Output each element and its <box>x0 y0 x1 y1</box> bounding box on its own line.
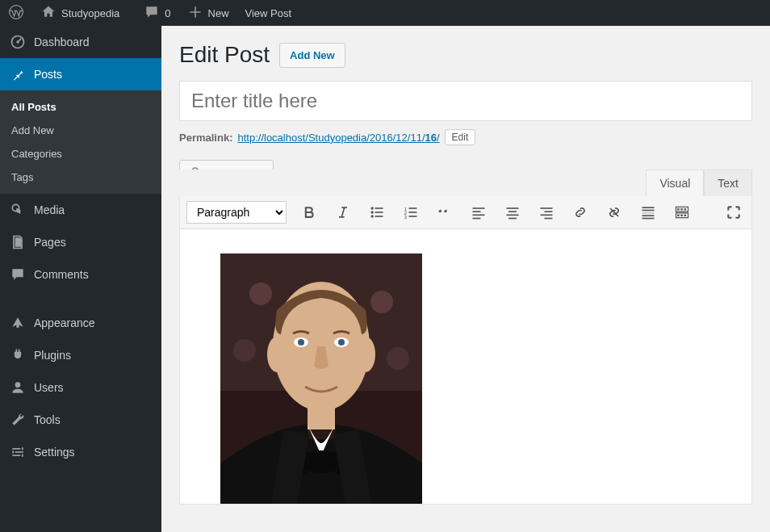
svg-point-4 <box>15 382 21 387</box>
editor-mode-tabs: Visual Text <box>179 170 752 196</box>
svg-rect-22 <box>409 212 417 213</box>
editor-toolbar: Paragraph 123 <box>180 196 751 229</box>
admin-sidebar: Dashboard Posts All Posts Add New Catego… <box>0 26 161 532</box>
numbered-list-button[interactable]: 123 <box>400 201 422 224</box>
tab-text[interactable]: Text <box>704 170 752 196</box>
fullscreen-button[interactable] <box>722 201 745 224</box>
svg-rect-34 <box>541 215 553 216</box>
insert-more-button[interactable] <box>637 201 659 224</box>
svg-rect-39 <box>642 215 655 216</box>
new-content-menu[interactable]: New <box>179 0 237 26</box>
sidebar-item-label: Plugins <box>34 349 71 362</box>
submenu-tags[interactable]: Tags <box>0 165 161 189</box>
svg-rect-47 <box>680 215 683 217</box>
svg-rect-5 <box>12 448 20 450</box>
bold-button[interactable] <box>298 201 320 224</box>
submenu-all-posts[interactable]: All Posts <box>0 95 161 119</box>
svg-rect-35 <box>545 218 553 220</box>
sidebar-item-tools[interactable]: Tools <box>0 404 161 436</box>
svg-rect-16 <box>375 212 383 213</box>
view-post-link[interactable]: View Post <box>237 0 300 26</box>
svg-rect-7 <box>15 451 23 453</box>
sidebar-item-label: Users <box>34 381 64 394</box>
sidebar-item-label: Tools <box>34 413 61 426</box>
bullet-list-button[interactable] <box>366 201 388 224</box>
wordpress-logo-menu[interactable] <box>0 0 32 26</box>
svg-rect-28 <box>507 207 519 209</box>
sidebar-submenu-posts: All Posts Add New Categories Tags <box>0 90 161 194</box>
permalink-label: Permalink: <box>179 132 232 144</box>
wordpress-icon <box>8 4 24 23</box>
svg-point-54 <box>387 347 409 370</box>
post-title-input[interactable] <box>179 81 752 121</box>
submenu-categories[interactable]: Categories <box>0 142 161 165</box>
comment-icon <box>144 4 160 23</box>
sidebar-item-users[interactable]: Users <box>0 371 161 404</box>
svg-point-13 <box>371 211 374 213</box>
home-icon <box>40 4 56 23</box>
edit-permalink-button[interactable]: Edit <box>445 129 476 145</box>
view-post-label: View Post <box>245 7 292 19</box>
site-link[interactable]: Studyopedia <box>32 0 128 26</box>
svg-rect-33 <box>545 211 553 212</box>
svg-point-12 <box>371 207 374 209</box>
plugins-icon <box>10 347 26 363</box>
svg-rect-21 <box>409 207 417 209</box>
svg-rect-6 <box>22 447 23 450</box>
format-select[interactable]: Paragraph <box>186 201 287 224</box>
align-left-button[interactable] <box>467 201 490 224</box>
italic-button[interactable] <box>332 201 354 224</box>
svg-point-53 <box>233 339 256 362</box>
users-icon <box>10 379 26 396</box>
permalink-link[interactable]: http://localhost/Studyopedia/2016/12/11/… <box>237 132 439 144</box>
svg-rect-9 <box>12 455 20 456</box>
svg-point-61 <box>356 337 375 372</box>
toolbar-toggle-button[interactable] <box>671 201 693 224</box>
sidebar-item-plugins[interactable]: Plugins <box>0 339 161 371</box>
comments-count: 0 <box>165 7 170 19</box>
align-right-button[interactable] <box>535 201 558 224</box>
sidebar-item-dashboard[interactable]: Dashboard <box>0 26 161 58</box>
permalink-row: Permalink: http://localhost/Studyopedia/… <box>179 129 752 145</box>
page-title: Edit Post <box>179 42 270 68</box>
svg-rect-24 <box>473 207 485 209</box>
svg-point-0 <box>10 5 23 19</box>
add-new-button[interactable]: Add New <box>279 43 345 68</box>
svg-rect-32 <box>541 207 553 209</box>
post-image[interactable] <box>220 253 422 504</box>
svg-point-14 <box>371 215 374 217</box>
sidebar-item-label: Dashboard <box>34 36 90 48</box>
svg-point-2 <box>16 40 19 43</box>
sidebar-item-label: Pages <box>34 236 66 249</box>
svg-rect-31 <box>508 218 517 220</box>
link-button[interactable] <box>569 201 592 224</box>
svg-rect-8 <box>12 450 14 453</box>
site-name: Studyopedia <box>61 7 119 19</box>
svg-rect-10 <box>22 455 23 457</box>
dashboard-icon <box>10 34 26 50</box>
pin-icon <box>10 66 26 82</box>
svg-rect-23 <box>409 216 417 217</box>
tab-visual[interactable]: Visual <box>646 170 704 196</box>
sidebar-item-comments[interactable]: Comments <box>0 258 161 291</box>
svg-rect-30 <box>507 215 519 216</box>
comments-link[interactable]: 0 <box>136 0 178 26</box>
svg-point-59 <box>338 339 345 346</box>
svg-point-60 <box>267 337 287 372</box>
media-icon <box>10 202 26 218</box>
svg-rect-36 <box>642 207 655 208</box>
editor-content-area[interactable] <box>180 229 751 504</box>
sidebar-item-posts[interactable]: Posts <box>0 58 161 90</box>
submenu-add-new[interactable]: Add New <box>0 119 161 142</box>
sidebar-item-settings[interactable]: Settings <box>0 436 161 468</box>
main-content: Edit Post Add New Permalink: http://loca… <box>161 26 770 532</box>
plus-icon <box>187 4 203 23</box>
blockquote-button[interactable] <box>433 201 456 224</box>
admin-topbar: Studyopedia 0 New View Post <box>0 0 770 26</box>
svg-rect-29 <box>508 211 517 212</box>
unlink-button[interactable] <box>603 201 626 224</box>
sidebar-item-pages[interactable]: Pages <box>0 226 161 258</box>
sidebar-item-appearance[interactable]: Appearance <box>0 307 161 339</box>
align-center-button[interactable] <box>501 201 524 224</box>
sidebar-item-media[interactable]: Media <box>0 194 161 226</box>
